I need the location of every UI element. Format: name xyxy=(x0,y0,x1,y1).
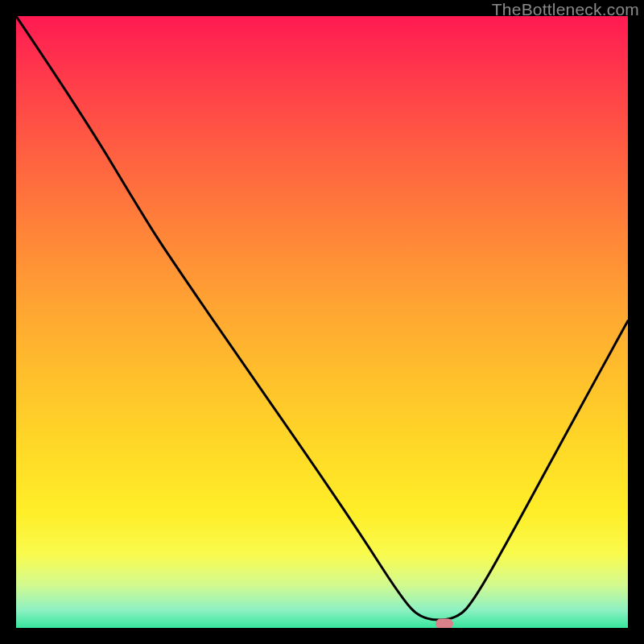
bottleneck-curve xyxy=(16,16,628,628)
plot-area xyxy=(16,16,628,628)
chart-frame: TheBottleneck.com xyxy=(0,0,644,644)
optimal-point-marker xyxy=(436,618,453,628)
